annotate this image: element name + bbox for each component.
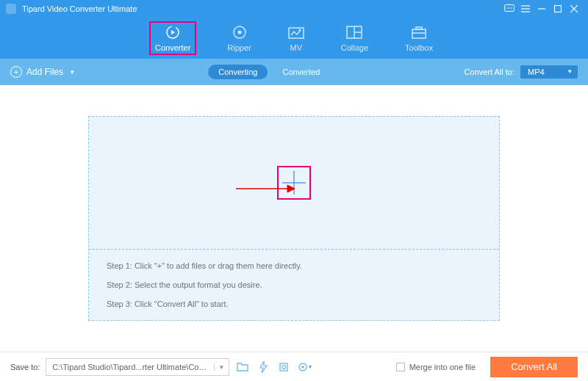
tab-label: Toolbox xyxy=(405,43,433,52)
svg-point-2 xyxy=(509,7,510,9)
ripper-icon xyxy=(232,24,248,40)
maximize-button[interactable] xyxy=(550,1,566,17)
tab-converting[interactable]: Converting xyxy=(208,65,268,79)
svg-point-31 xyxy=(302,366,305,369)
path-dropdown-button[interactable]: ▾ xyxy=(214,363,229,371)
format-value: MP4 xyxy=(528,68,545,76)
svg-rect-8 xyxy=(555,6,562,12)
svg-point-3 xyxy=(511,7,512,9)
tab-converter[interactable]: Converter xyxy=(151,23,195,54)
step-text: Step 3: Click "Convert All" to start. xyxy=(107,300,481,308)
hw-accel-icon[interactable] xyxy=(256,360,270,374)
annotation-arrow-icon xyxy=(236,183,295,196)
tab-label: Ripper xyxy=(227,43,251,52)
tab-toolbox[interactable]: Toolbox xyxy=(401,23,437,54)
add-files-button[interactable]: + Add Files ▾ xyxy=(10,66,74,78)
svg-point-16 xyxy=(298,29,301,32)
step-text: Step 1: Click "+" to add files or drag t… xyxy=(107,261,481,270)
mv-icon xyxy=(288,24,304,40)
svg-marker-24 xyxy=(287,185,295,192)
collage-icon xyxy=(346,24,362,40)
svg-marker-12 xyxy=(171,30,175,35)
tab-label: MV xyxy=(290,43,302,52)
tab-label: Converter xyxy=(155,43,190,52)
drop-zone[interactable]: Step 1: Click "+" to add files or drag t… xyxy=(88,116,500,321)
merge-label: Merge into one file xyxy=(409,363,476,371)
gpu-icon[interactable] xyxy=(276,360,291,374)
feedback-icon[interactable] xyxy=(501,1,517,17)
output-path-box: C:\Tipard Studio\Tipard...rter Ultimate\… xyxy=(46,358,229,376)
svg-point-14 xyxy=(237,31,241,35)
settings-icon[interactable]: ▾ xyxy=(297,360,312,374)
output-format-select[interactable]: MP4 xyxy=(520,65,578,79)
open-folder-icon[interactable] xyxy=(235,360,250,374)
svg-marker-27 xyxy=(260,361,267,373)
convert-all-button[interactable]: Convert All xyxy=(490,357,578,377)
svg-point-29 xyxy=(282,365,286,369)
plus-icon: + xyxy=(10,66,22,78)
instructions: Step 1: Click "+" to add files or drag t… xyxy=(89,250,499,320)
close-button[interactable] xyxy=(566,1,582,17)
tab-label: Collage xyxy=(341,43,368,52)
tab-mv[interactable]: MV xyxy=(284,23,309,54)
titlebar: Tipard Video Converter Ultimate xyxy=(0,0,588,18)
tab-ripper[interactable]: Ripper xyxy=(223,23,255,54)
svg-point-1 xyxy=(506,7,508,9)
merge-checkbox[interactable]: Merge into one file xyxy=(396,363,476,371)
main-tabs: Converter Ripper MV Collage Toolbox xyxy=(0,18,588,59)
menu-icon[interactable] xyxy=(517,1,534,17)
app-title: Tipard Video Converter Ultimate xyxy=(22,4,501,13)
sub-toolbar: + Add Files ▾ Converting Converted Conve… xyxy=(0,59,588,85)
add-files-label: Add Files xyxy=(26,67,63,77)
convert-all-to-label: Convert All to: xyxy=(465,68,514,76)
minimize-button[interactable] xyxy=(534,1,550,17)
save-to-label: Save to: xyxy=(10,363,40,371)
app-logo-icon xyxy=(6,4,16,14)
checkbox-icon xyxy=(396,363,405,371)
svg-rect-20 xyxy=(412,29,426,38)
tab-converted[interactable]: Converted xyxy=(272,65,330,79)
svg-rect-21 xyxy=(416,27,422,29)
converter-icon xyxy=(165,24,181,40)
content-area: Step 1: Click "+" to add files or drag t… xyxy=(0,85,588,352)
tab-collage[interactable]: Collage xyxy=(337,23,373,54)
step-text: Step 2: Select the output format you des… xyxy=(107,280,481,289)
toolbox-icon xyxy=(411,24,427,40)
output-path: C:\Tipard Studio\Tipard...rter Ultimate\… xyxy=(46,363,214,371)
svg-rect-28 xyxy=(280,363,287,371)
footer-bar: Save to: C:\Tipard Studio\Tipard...rter … xyxy=(0,352,588,381)
